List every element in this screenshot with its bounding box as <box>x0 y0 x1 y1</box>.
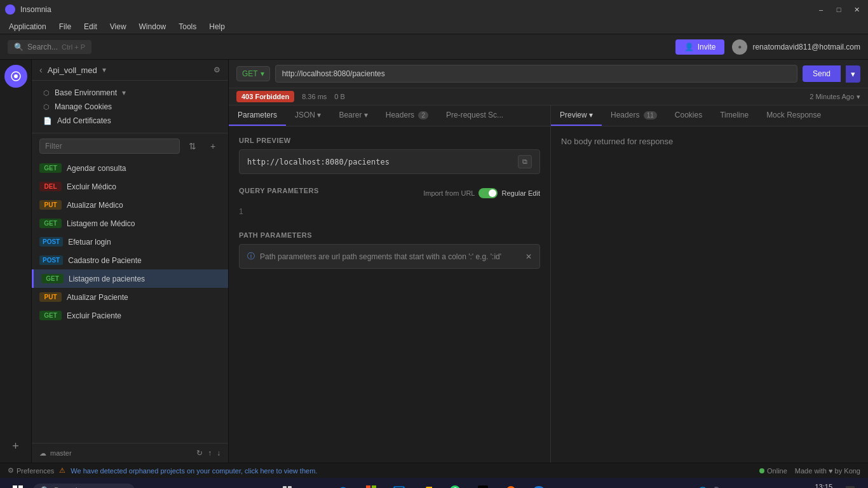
import-from-url[interactable]: Import from URL Regular Edit <box>423 188 540 198</box>
resp-tab-preview[interactable]: Preview ▾ <box>551 105 602 126</box>
add-button[interactable]: + <box>4 435 27 458</box>
tab-headers[interactable]: Headers 2 <box>377 105 437 126</box>
menu-application[interactable]: Application <box>3 19 53 34</box>
url-preview-text: http://localhost:8080/pacientes <box>247 158 390 166</box>
add-certificates-item[interactable]: 📄 Add Certificates <box>39 114 220 128</box>
tab-prerequest[interactable]: Pre-request Sc... <box>437 105 512 126</box>
taskbar-edge[interactable] <box>330 479 356 488</box>
resp-tab-headers[interactable]: Headers 11 <box>602 105 666 126</box>
query-params-header: QUERY PARAMETERS Import from URL Regular… <box>239 187 540 200</box>
settings-icon[interactable]: ⚙ <box>214 65 220 74</box>
preferences-button[interactable]: ⚙ Preferences <box>8 466 54 475</box>
request-item[interactable]: POST Cadastro de Paciente <box>32 251 228 269</box>
url-preview-label: URL PREVIEW <box>239 137 540 144</box>
branch-label: master <box>50 449 72 457</box>
svg-rect-2 <box>13 485 17 488</box>
taskbar: 🔍 Pesquisar DB <box>0 478 868 488</box>
user-info[interactable]: ● renatomdavid811@hotmail.com <box>732 39 860 55</box>
resp-tab-timeline[interactable]: Timeline <box>711 105 757 126</box>
send-button[interactable]: Send <box>803 65 841 82</box>
request-item[interactable]: PUT Atualizar Paciente <box>32 288 228 306</box>
regular-edit-label[interactable]: Regular Edit <box>501 189 540 197</box>
back-button[interactable]: ‹ <box>39 65 43 75</box>
top-header: 🔍 Search... Ctrl + P 👤 Invite ● renatomd… <box>0 34 868 60</box>
taskbar-jetbrains[interactable]: DB <box>470 479 496 488</box>
main-content: GET ▾ Send ▾ 403 Forbidden 8.36 ms 0 B 2… <box>229 60 868 463</box>
notifications-button[interactable] <box>837 479 863 488</box>
taskbar-search[interactable]: 🔍 Pesquisar <box>33 484 135 488</box>
taskbar-browser2[interactable] <box>498 479 524 488</box>
request-item[interactable]: GET Excluir Paciente <box>32 306 228 325</box>
invite-button[interactable]: 👤 Invite <box>675 39 725 55</box>
request-name: Cadastro de Paciente <box>68 256 141 265</box>
minimize-button[interactable]: – <box>815 3 827 16</box>
warning-icon: ⚠ <box>59 466 65 475</box>
close-button[interactable]: ✕ <box>850 3 863 16</box>
base-environment-item[interactable]: ⬡ Base Environment ▾ <box>39 86 220 100</box>
online-status: Online <box>759 467 787 475</box>
resp-tab-mock[interactable]: Mock Response <box>757 105 830 126</box>
taskbar-explorer[interactable] <box>414 479 440 488</box>
send-dropdown-button[interactable]: ▾ <box>846 65 860 83</box>
path-params-section: PATH PARAMETERS ⓘ Path parameters are ur… <box>239 231 540 269</box>
taskbar-whatsapp[interactable] <box>442 479 468 488</box>
sidebar-footer: ☁ master ↻ ↑ ↓ <box>32 443 228 463</box>
taskbar-mail[interactable] <box>386 479 412 488</box>
search-box[interactable]: 🔍 Search... Ctrl + P <box>8 40 92 54</box>
svg-point-1 <box>14 74 18 78</box>
filter-input[interactable] <box>39 139 180 154</box>
manage-cookies-item[interactable]: ⬡ Manage Cookies <box>39 100 220 114</box>
bottom-bar-left: ⚙ Preferences ⚠ We have detected orphane… <box>8 466 317 475</box>
method-badge: GET <box>41 274 64 283</box>
bottom-bar: ⚙ Preferences ⚠ We have detected orphane… <box>0 463 868 478</box>
certificate-icon: 📄 <box>43 117 52 125</box>
tab-bearer[interactable]: Bearer ▾ <box>330 105 376 126</box>
resp-tab-cookies[interactable]: Cookies <box>666 105 711 126</box>
path-info-close-button[interactable]: ✕ <box>526 252 532 261</box>
request-item-active[interactable]: GET Listagem de pacientes <box>32 269 228 288</box>
method-badge: PUT <box>39 292 62 302</box>
tab-json[interactable]: JSON ▾ <box>286 105 330 126</box>
sync-icon[interactable]: ↻ <box>196 449 203 458</box>
collection-dropdown-icon[interactable]: ▾ <box>102 65 106 74</box>
request-item[interactable]: DEL Excluir Médico <box>32 177 228 196</box>
taskbar-taskview[interactable] <box>275 479 300 488</box>
request-item[interactable]: GET Listagem de Médico <box>32 214 228 233</box>
tab-parameters[interactable]: Parameters <box>229 105 286 126</box>
method-select[interactable]: GET ▾ <box>236 66 270 81</box>
response-tabs: Preview ▾ Headers 11 Cookies Timeline Mo… <box>551 105 868 126</box>
method-chevron-icon: ▾ <box>261 69 264 78</box>
menu-tools[interactable]: Tools <box>172 19 203 34</box>
warning-message: We have detected orphaned projects on yo… <box>71 467 317 475</box>
menu-window[interactable]: Window <box>133 19 173 34</box>
filter-add-button[interactable]: + <box>205 139 220 154</box>
taskbar-db[interactable] <box>526 479 552 488</box>
taskbar-chrome[interactable] <box>302 479 328 488</box>
svg-rect-12 <box>372 485 376 488</box>
filter-sort-button[interactable]: ⇅ <box>185 139 200 154</box>
toggle-switch[interactable] <box>478 188 498 198</box>
made-with-kong: Made with ♥ by Kong <box>795 467 860 475</box>
menu-file[interactable]: File <box>53 19 78 34</box>
titlebar-controls[interactable]: – □ ✕ <box>815 3 863 16</box>
status-badge: 403 Forbidden <box>236 91 294 102</box>
request-item[interactable]: GET Agendar consulta <box>32 159 228 177</box>
menu-edit[interactable]: Edit <box>78 19 104 34</box>
taskbar-store[interactable] <box>358 479 384 488</box>
menu-help[interactable]: Help <box>203 19 231 34</box>
menu-view[interactable]: View <box>104 19 133 34</box>
cloud-upload-icon[interactable]: ↑ <box>208 449 212 458</box>
windows-start-button[interactable] <box>5 479 31 488</box>
home-sidebar-button[interactable] <box>4 65 27 88</box>
request-item[interactable]: PUT Atualizar Médico <box>32 196 228 214</box>
maximize-button[interactable]: □ <box>832 3 845 16</box>
response-time: 8.36 ms <box>302 93 327 100</box>
collection-name: Api_voll_med <box>48 65 97 75</box>
request-name: Atualizar Paciente <box>67 293 128 302</box>
url-input[interactable] <box>275 65 797 83</box>
preferences-gear-icon: ⚙ <box>8 466 14 475</box>
timestamp-chevron-icon: ▾ <box>857 93 860 101</box>
copy-url-button[interactable]: ⧉ <box>518 155 532 168</box>
request-item[interactable]: POST Efetuar login <box>32 233 228 251</box>
cloud-download-icon[interactable]: ↓ <box>217 449 220 458</box>
